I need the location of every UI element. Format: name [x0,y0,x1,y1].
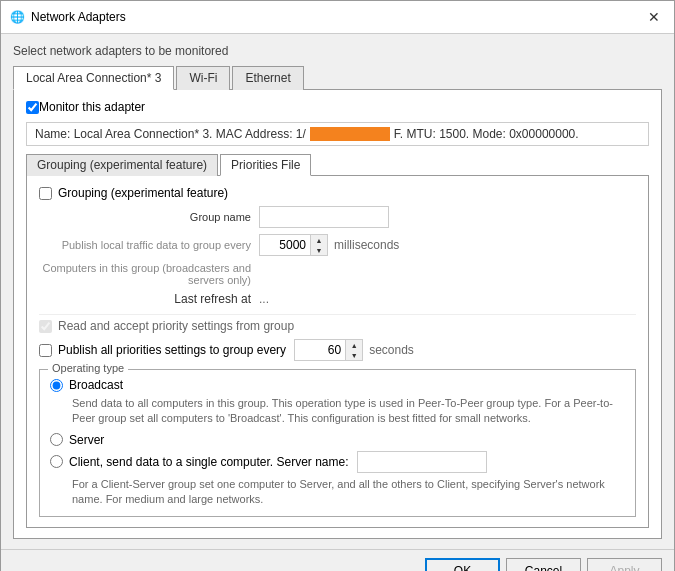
monitor-row: Monitor this adapter [26,100,649,114]
broadcast-desc: Send data to all computers in this group… [72,396,625,427]
info-text-before: Name: Local Area Connection* 3. MAC Addr… [35,127,306,141]
publish-unit: milliseconds [334,238,399,252]
operating-type-group: Operating type Broadcast Send data to al… [39,369,636,517]
client-label[interactable]: Client, send data to a single computer. … [69,455,349,469]
publish-spin-up[interactable]: ▲ [311,235,327,245]
publish-value-input[interactable] [260,235,310,255]
read-priority-label[interactable]: Read and accept priority settings from g… [58,319,294,333]
content-area: Select network adapters to be monitored … [1,34,674,549]
adapter-info-bar: Name: Local Area Connection* 3. MAC Addr… [26,122,649,146]
broadcast-radio[interactable] [50,379,63,392]
tab-local-area[interactable]: Local Area Connection* 3 [13,66,174,90]
grouping-label[interactable]: Grouping (experimental feature) [58,186,228,200]
sub-panel: Grouping (experimental feature) Group na… [26,175,649,528]
client-radio-row: Client, send data to a single computer. … [50,451,625,473]
group-name-row: Group name [39,206,636,228]
tab-wifi[interactable]: Wi-Fi [176,66,230,90]
sub-tab-priorities[interactable]: Priorities File [220,154,311,176]
sub-tab-grouping[interactable]: Grouping (experimental feature) [26,154,218,176]
publish-all-unit: seconds [369,343,414,357]
cancel-button[interactable]: Cancel [506,558,581,571]
title-bar: 🌐 Network Adapters ✕ [1,1,674,34]
adapter-tab-panel: Monitor this adapter Name: Local Area Co… [13,89,662,539]
group-name-label: Group name [39,211,259,223]
publish-all-spinner: ▲ ▼ [294,339,363,361]
mac-redacted [310,127,390,141]
window-icon: 🌐 [9,9,25,25]
apply-button[interactable]: Apply [587,558,662,571]
window-title: Network Adapters [31,10,642,24]
last-refresh-value: ... [259,292,269,306]
grouping-checkbox[interactable] [39,187,52,200]
last-refresh-row: Last refresh at ... [39,292,636,306]
subtitle-text: Select network adapters to be monitored [13,44,662,58]
server-name-input[interactable] [357,451,487,473]
last-refresh-label: Last refresh at [39,292,259,306]
sub-tabs: Grouping (experimental feature) Prioriti… [26,154,649,176]
client-desc: For a Client-Server group set one comput… [72,477,625,508]
publish-spin-down[interactable]: ▼ [311,245,327,255]
publish-all-value-input[interactable] [295,340,345,360]
server-radio[interactable] [50,433,63,446]
read-priority-row: Read and accept priority settings from g… [39,319,636,333]
info-text-after: F. MTU: 1500. Mode: 0x00000000. [394,127,579,141]
publish-all-spin-buttons: ▲ ▼ [345,340,362,360]
main-window: 🌐 Network Adapters ✕ Select network adap… [0,0,675,571]
close-button[interactable]: ✕ [642,7,666,27]
read-priority-checkbox[interactable] [39,320,52,333]
publish-all-row: Publish all priorities settings to group… [39,339,636,361]
ok-button[interactable]: OK [425,558,500,571]
operating-legend: Operating type [48,362,128,374]
publish-all-spin-up[interactable]: ▲ [346,340,362,350]
client-radio[interactable] [50,455,63,468]
footer: OK Cancel Apply [1,549,674,571]
computers-label: Computers in this group (broadcasters an… [39,262,259,286]
computers-row: Computers in this group (broadcasters an… [39,262,636,286]
publish-all-label[interactable]: Publish all priorities settings to group… [58,343,286,357]
divider [39,314,636,315]
server-label[interactable]: Server [69,433,104,447]
group-name-input[interactable] [259,206,389,228]
grouping-checkbox-row: Grouping (experimental feature) [39,186,636,200]
monitor-label[interactable]: Monitor this adapter [39,100,145,114]
publish-row: Publish local traffic data to group ever… [39,234,636,256]
publish-spinner: ▲ ▼ [259,234,328,256]
publish-label: Publish local traffic data to group ever… [39,239,259,251]
main-tabs: Local Area Connection* 3 Wi-Fi Ethernet [13,66,662,90]
tab-ethernet[interactable]: Ethernet [232,66,303,90]
broadcast-radio-row: Broadcast [50,378,625,392]
publish-spin-buttons: ▲ ▼ [310,235,327,255]
publish-all-spin-down[interactable]: ▼ [346,350,362,360]
broadcast-label[interactable]: Broadcast [69,378,123,392]
monitor-checkbox[interactable] [26,101,39,114]
publish-all-checkbox[interactable] [39,344,52,357]
server-radio-row: Server [50,433,625,447]
